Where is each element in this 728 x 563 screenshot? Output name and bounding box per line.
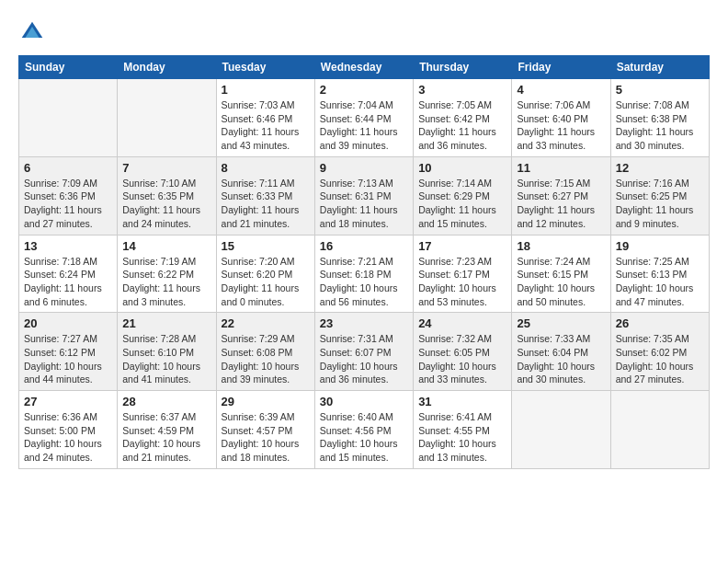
day-info: Sunrise: 7:15 AMSunset: 6:27 PMDaylight:… (517, 177, 605, 231)
day-info: Sunrise: 7:33 AMSunset: 6:04 PMDaylight:… (517, 332, 605, 386)
calendar-week-row: 13Sunrise: 7:18 AMSunset: 6:24 PMDayligh… (19, 235, 710, 313)
calendar-cell: 5Sunrise: 7:08 AMSunset: 6:38 PMDaylight… (610, 79, 709, 157)
calendar-cell: 20Sunrise: 7:27 AMSunset: 6:12 PMDayligh… (19, 313, 118, 391)
calendar-cell: 8Sunrise: 7:11 AMSunset: 6:33 PMDaylight… (216, 156, 314, 235)
day-info: Sunrise: 6:40 AMSunset: 4:56 PMDaylight:… (320, 410, 408, 465)
calendar-cell: 10Sunrise: 7:14 AMSunset: 6:29 PMDayligh… (414, 156, 512, 235)
calendar-week-row: 27Sunrise: 6:36 AMSunset: 5:00 PMDayligh… (19, 391, 710, 469)
calendar-cell: 14Sunrise: 7:19 AMSunset: 6:22 PMDayligh… (118, 235, 216, 313)
day-info: Sunrise: 7:27 AMSunset: 6:12 PMDaylight:… (24, 332, 112, 386)
day-number: 29 (222, 395, 310, 408)
calendar-cell: 24Sunrise: 7:32 AMSunset: 6:05 PMDayligh… (414, 313, 512, 391)
day-number: 6 (24, 161, 112, 175)
day-number: 15 (222, 239, 310, 253)
calendar-cell: 19Sunrise: 7:25 AMSunset: 6:13 PMDayligh… (610, 235, 709, 313)
day-info: Sunrise: 6:37 AMSunset: 4:59 PMDaylight:… (122, 410, 210, 465)
day-info: Sunrise: 7:32 AMSunset: 6:05 PMDaylight:… (418, 332, 506, 386)
calendar-cell: 4Sunrise: 7:06 AMSunset: 6:40 PMDaylight… (512, 79, 610, 157)
calendar-cell: 6Sunrise: 7:09 AMSunset: 6:36 PMDaylight… (19, 156, 118, 235)
day-number: 1 (222, 83, 310, 97)
day-number: 28 (122, 395, 210, 408)
day-number: 16 (320, 239, 408, 253)
calendar-cell (610, 391, 709, 469)
day-number: 3 (418, 83, 506, 97)
calendar-cell: 11Sunrise: 7:15 AMSunset: 6:27 PMDayligh… (512, 156, 610, 235)
calendar-cell: 31Sunrise: 6:41 AMSunset: 4:55 PMDayligh… (414, 391, 512, 469)
calendar-cell: 13Sunrise: 7:18 AMSunset: 6:24 PMDayligh… (19, 235, 118, 313)
calendar-cell: 28Sunrise: 6:37 AMSunset: 4:59 PMDayligh… (118, 391, 216, 469)
day-info: Sunrise: 7:24 AMSunset: 6:15 PMDaylight:… (517, 255, 605, 309)
day-number: 7 (122, 161, 210, 175)
calendar-cell: 16Sunrise: 7:21 AMSunset: 6:18 PMDayligh… (314, 235, 413, 313)
calendar-cell: 18Sunrise: 7:24 AMSunset: 6:15 PMDayligh… (512, 235, 610, 313)
day-number: 31 (418, 395, 506, 408)
day-info: Sunrise: 7:05 AMSunset: 6:42 PMDaylight:… (418, 98, 506, 153)
day-number: 22 (222, 316, 310, 330)
day-info: Sunrise: 7:08 AMSunset: 6:38 PMDaylight:… (616, 98, 704, 153)
day-info: Sunrise: 7:29 AMSunset: 6:08 PMDaylight:… (222, 332, 310, 386)
logo (18, 18, 50, 46)
day-info: Sunrise: 7:20 AMSunset: 6:20 PMDaylight:… (222, 255, 310, 309)
calendar-cell: 27Sunrise: 6:36 AMSunset: 5:00 PMDayligh… (19, 391, 118, 469)
day-number: 30 (320, 395, 408, 408)
calendar-cell: 26Sunrise: 7:35 AMSunset: 6:02 PMDayligh… (610, 313, 709, 391)
calendar-cell: 17Sunrise: 7:23 AMSunset: 6:17 PMDayligh… (414, 235, 512, 313)
page-header (18, 18, 710, 46)
calendar-header-sunday: Sunday (19, 56, 118, 79)
day-info: Sunrise: 7:28 AMSunset: 6:10 PMDaylight:… (122, 332, 210, 386)
day-number: 4 (517, 83, 605, 97)
day-info: Sunrise: 7:23 AMSunset: 6:17 PMDaylight:… (418, 255, 506, 309)
day-info: Sunrise: 6:36 AMSunset: 5:00 PMDaylight:… (24, 410, 112, 465)
calendar-week-row: 1Sunrise: 7:03 AMSunset: 6:46 PMDaylight… (19, 79, 710, 157)
calendar-table: SundayMondayTuesdayWednesdayThursdayFrid… (18, 55, 710, 469)
day-info: Sunrise: 7:10 AMSunset: 6:35 PMDaylight:… (122, 177, 210, 231)
day-number: 20 (24, 316, 112, 330)
calendar-cell: 25Sunrise: 7:33 AMSunset: 6:04 PMDayligh… (512, 313, 610, 391)
day-number: 23 (320, 316, 408, 330)
day-number: 13 (24, 239, 112, 253)
calendar-cell: 15Sunrise: 7:20 AMSunset: 6:20 PMDayligh… (216, 235, 314, 313)
calendar-cell (19, 79, 118, 157)
day-number: 18 (517, 239, 605, 253)
day-number: 27 (24, 395, 112, 408)
calendar-cell: 9Sunrise: 7:13 AMSunset: 6:31 PMDaylight… (314, 156, 413, 235)
day-info: Sunrise: 7:06 AMSunset: 6:40 PMDaylight:… (517, 98, 605, 153)
day-number: 11 (517, 161, 605, 175)
day-info: Sunrise: 7:21 AMSunset: 6:18 PMDaylight:… (320, 255, 408, 309)
day-number: 8 (222, 161, 310, 175)
day-number: 25 (517, 316, 605, 330)
calendar-cell: 12Sunrise: 7:16 AMSunset: 6:25 PMDayligh… (610, 156, 709, 235)
calendar-cell: 23Sunrise: 7:31 AMSunset: 6:07 PMDayligh… (314, 313, 413, 391)
day-info: Sunrise: 7:35 AMSunset: 6:02 PMDaylight:… (616, 332, 704, 386)
calendar-header-monday: Monday (118, 56, 216, 79)
day-number: 10 (418, 161, 506, 175)
day-info: Sunrise: 7:14 AMSunset: 6:29 PMDaylight:… (418, 177, 506, 231)
day-number: 5 (616, 83, 704, 97)
day-number: 24 (418, 316, 506, 330)
calendar-header-row: SundayMondayTuesdayWednesdayThursdayFrid… (19, 56, 710, 79)
calendar-header-wednesday: Wednesday (314, 56, 413, 79)
day-info: Sunrise: 7:25 AMSunset: 6:13 PMDaylight:… (616, 255, 704, 309)
day-info: Sunrise: 7:31 AMSunset: 6:07 PMDaylight:… (320, 332, 408, 386)
logo-icon (18, 18, 46, 46)
day-info: Sunrise: 7:16 AMSunset: 6:25 PMDaylight:… (616, 177, 704, 231)
day-info: Sunrise: 7:03 AMSunset: 6:46 PMDaylight:… (222, 98, 310, 153)
calendar-cell: 3Sunrise: 7:05 AMSunset: 6:42 PMDaylight… (414, 79, 512, 157)
day-info: Sunrise: 6:39 AMSunset: 4:57 PMDaylight:… (222, 410, 310, 465)
day-info: Sunrise: 7:18 AMSunset: 6:24 PMDaylight:… (24, 255, 112, 309)
calendar-header-tuesday: Tuesday (216, 56, 314, 79)
day-number: 21 (122, 316, 210, 330)
calendar-header-saturday: Saturday (610, 56, 709, 79)
day-number: 26 (616, 316, 704, 330)
day-number: 14 (122, 239, 210, 253)
calendar-cell (512, 391, 610, 469)
day-info: Sunrise: 7:11 AMSunset: 6:33 PMDaylight:… (222, 177, 310, 231)
day-number: 2 (320, 83, 408, 97)
calendar-header-thursday: Thursday (414, 56, 512, 79)
day-info: Sunrise: 7:09 AMSunset: 6:36 PMDaylight:… (24, 177, 112, 231)
calendar-header-friday: Friday (512, 56, 610, 79)
day-number: 9 (320, 161, 408, 175)
day-number: 12 (616, 161, 704, 175)
calendar-cell: 21Sunrise: 7:28 AMSunset: 6:10 PMDayligh… (118, 313, 216, 391)
day-info: Sunrise: 6:41 AMSunset: 4:55 PMDaylight:… (418, 410, 506, 465)
